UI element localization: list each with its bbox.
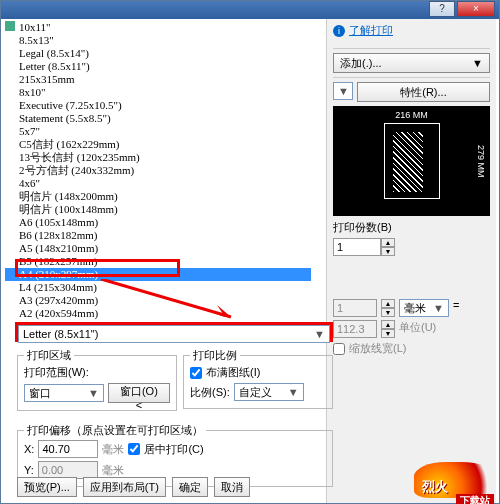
preview-width: 216 MM xyxy=(395,110,428,120)
list-item-selected[interactable]: A4 (210x297mm) xyxy=(5,268,311,281)
lineweight-label: 缩放线宽(L) xyxy=(349,341,406,356)
watermark-text: 烈火 xyxy=(422,478,448,496)
divider xyxy=(333,48,490,49)
left-column: 10x11" 8.5x13" Legal (8.5x14") Letter (8… xyxy=(1,19,326,503)
center-checkbox[interactable] xyxy=(128,443,140,455)
properties-button[interactable]: 特性(R)... xyxy=(357,82,490,102)
list-item[interactable]: 10x11" xyxy=(5,21,326,34)
right-column: i 了解打印 添加(.)... ▼ ▼ 特性(R)... 216 MM 279 … xyxy=(326,19,496,503)
chevron-down-icon: ▼ xyxy=(288,386,299,398)
x-label: X: xyxy=(24,443,34,455)
fit-label: 布满图纸(I) xyxy=(206,365,260,380)
cancel-button[interactable]: 取消 xyxy=(214,477,250,497)
print-dialog: ? × 10x11" 8.5x13" Legal (8.5x14") Lette… xyxy=(0,0,500,504)
copies-input[interactable] xyxy=(333,238,381,256)
list-item[interactable]: 明信片 (100x148mm) xyxy=(5,203,326,216)
list-item[interactable]: 215x315mm xyxy=(5,73,326,86)
scale-combo[interactable]: 自定义 ▼ xyxy=(234,383,304,401)
print-range-combo[interactable]: 窗口 ▼ xyxy=(24,384,104,402)
printer-combo[interactable]: ▼ xyxy=(333,82,353,100)
list-item[interactable]: Letter (8.5x11") xyxy=(5,60,326,73)
group-title: 打印比例 xyxy=(190,348,240,363)
preview-button[interactable]: 预览(P)... xyxy=(17,477,77,497)
scale-lineweight-checkbox[interactable] xyxy=(333,343,345,355)
divider xyxy=(333,77,490,78)
scale-label: 比例(S): xyxy=(190,385,230,400)
x-offset-input[interactable] xyxy=(38,440,98,458)
list-item[interactable]: Legal (8.5x14") xyxy=(5,47,326,60)
app-icon xyxy=(5,21,15,31)
list-item[interactable]: 8.5x13" xyxy=(5,34,326,47)
fit-paper-checkbox[interactable] xyxy=(190,367,202,379)
list-item[interactable]: Statement (5.5x8.5") xyxy=(5,112,326,125)
unit-label: 单位(U) xyxy=(399,320,436,338)
chevron-down-icon: ▼ xyxy=(88,387,99,399)
unit-label: 毫米 xyxy=(102,463,124,478)
list-item[interactable]: 8x10" xyxy=(5,86,326,99)
unit-label: 毫米 xyxy=(102,442,124,457)
combo-value: Letter (8.5x11") xyxy=(23,328,98,340)
chevron-down-icon: ▼ xyxy=(338,85,349,97)
list-item[interactable]: L4 (215x304mm) xyxy=(5,281,326,294)
scale-num1[interactable] xyxy=(333,299,377,317)
list-item[interactable]: A3 (297x420mm) xyxy=(5,294,326,307)
list-item[interactable]: Executive (7.25x10.5") xyxy=(5,99,326,112)
paper-size-list[interactable]: 10x11" 8.5x13" Legal (8.5x14") Letter (8… xyxy=(5,21,326,333)
preview-height: 279 MM xyxy=(476,145,486,178)
center-label: 居中打印(C) xyxy=(144,442,203,457)
help-button[interactable]: ? xyxy=(429,1,455,17)
list-item[interactable]: A2 (420x594mm) xyxy=(5,307,326,320)
spin-up-icon[interactable]: ▲ xyxy=(381,238,395,247)
chevron-down-icon: ▼ xyxy=(472,57,483,69)
list-item[interactable]: A6 (105x148mm) xyxy=(5,216,326,229)
window-pick-button[interactable]: 窗口(O)< xyxy=(108,383,170,403)
list-item[interactable]: C5信封 (162x229mm) xyxy=(5,138,326,151)
close-button[interactable]: × xyxy=(457,1,495,17)
help-link[interactable]: i 了解打印 xyxy=(333,23,393,38)
paper-preview: 216 MM 279 MM xyxy=(333,106,490,216)
add-button[interactable]: 添加(.)... ▼ xyxy=(333,53,490,73)
list-item[interactable]: B6 (128x182mm) xyxy=(5,229,326,242)
spin-down-icon[interactable]: ▼ xyxy=(381,247,395,256)
chevron-down-icon: ▼ xyxy=(314,328,325,340)
preview-page xyxy=(384,123,440,199)
ok-button[interactable]: 确定 xyxy=(172,477,208,497)
watermark: 烈火 下载站 xyxy=(414,462,494,498)
dialog-buttons: 预览(P)... 应用到布局(T) 确定 取消 xyxy=(17,477,250,497)
list-item[interactable]: 明信片 (148x200mm) xyxy=(5,190,326,203)
print-scale-group: 打印比例 布满图纸(I) 比例(S): 自定义 ▼ xyxy=(183,355,333,409)
list-item[interactable]: 2号方信封 (240x332mm) xyxy=(5,164,326,177)
paper-size-combo[interactable]: Letter (8.5x11") ▼ xyxy=(18,325,330,343)
annotation-highlight-2: Letter (8.5x11") ▼ xyxy=(15,322,333,342)
list-item[interactable]: A5 (148x210mm) xyxy=(5,242,326,255)
info-icon: i xyxy=(333,25,345,37)
copies-spinner[interactable]: ▲▼ xyxy=(333,238,490,256)
y-label: Y: xyxy=(24,464,34,476)
copies-label: 打印份数(B) xyxy=(333,220,392,235)
chevron-down-icon: ▼ xyxy=(433,302,444,314)
watermark-sub: 下载站 xyxy=(456,494,494,504)
list-item[interactable]: 13号长信封 (120x235mm) xyxy=(5,151,326,164)
unit-combo[interactable]: 毫米 ▼ xyxy=(399,299,449,317)
range-label: 打印范围(W): xyxy=(24,365,89,380)
apply-layout-button[interactable]: 应用到布局(T) xyxy=(83,477,166,497)
list-item[interactable]: 5x7" xyxy=(5,125,326,138)
scale-num2[interactable] xyxy=(333,320,377,338)
list-item[interactable]: B5 (182x257mm) xyxy=(5,255,326,268)
group-title: 打印偏移（原点设置在可打印区域） xyxy=(24,423,206,438)
print-area-group: 打印区域 打印范围(W): 窗口 ▼ 窗口(O)< xyxy=(17,355,177,411)
title-bar: ? × xyxy=(1,1,499,19)
list-item[interactable]: 4x6" xyxy=(5,177,326,190)
group-title: 打印区域 xyxy=(24,348,74,363)
